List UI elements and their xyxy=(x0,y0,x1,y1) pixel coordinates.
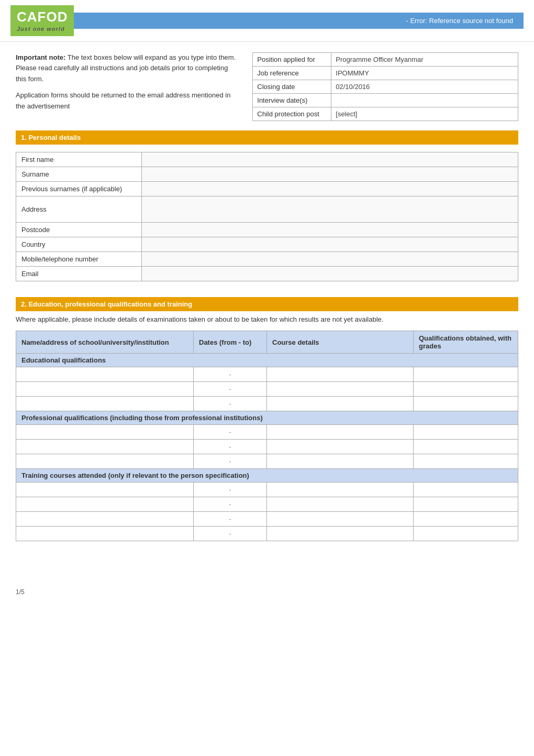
personal-field-input[interactable] xyxy=(142,237,518,251)
edu-cell-quals[interactable] xyxy=(414,483,518,497)
job-info-label: Job reference xyxy=(253,66,331,80)
edu-data-row: - xyxy=(16,425,518,440)
job-info-row: Child protection post[select] xyxy=(253,107,518,120)
return-text: Application forms should be returned to … xyxy=(16,90,237,112)
edu-cell-name[interactable] xyxy=(16,382,194,397)
job-info-table: Position applied forProgramme Officer My… xyxy=(252,52,518,121)
edu-cell-quals[interactable] xyxy=(414,527,518,541)
edu-cell-quals[interactable] xyxy=(414,454,518,469)
edu-cell-quals[interactable] xyxy=(414,382,518,397)
edu-cell-name[interactable] xyxy=(16,483,194,497)
edu-cell-dates[interactable]: - xyxy=(194,382,267,397)
edu-cell-quals[interactable] xyxy=(414,367,518,382)
edu-cell-dates[interactable]: - xyxy=(194,512,267,527)
personal-field-input[interactable] xyxy=(142,167,518,181)
personal-field-input[interactable] xyxy=(142,152,518,167)
edu-col-name: Name/address of school/university/instit… xyxy=(16,331,194,354)
edu-cell-name[interactable] xyxy=(16,512,194,527)
edu-cell-quals[interactable] xyxy=(414,425,518,440)
edu-cell-name[interactable] xyxy=(16,497,194,512)
edu-cell-course[interactable] xyxy=(267,440,414,454)
edu-cell-name[interactable] xyxy=(16,397,194,411)
edu-data-row: - xyxy=(16,397,518,411)
edu-cell-name[interactable] xyxy=(16,527,194,541)
education-table: Name/address of school/university/instit… xyxy=(16,331,518,541)
important-label: Important note: xyxy=(16,53,65,61)
edu-data-row: - xyxy=(16,527,518,541)
edu-subsection-label: Training courses attended (only if relev… xyxy=(16,469,518,483)
personal-field-input[interactable] xyxy=(142,266,518,281)
edu-cell-dates[interactable]: - xyxy=(194,367,267,382)
edu-cell-dates[interactable]: - xyxy=(194,425,267,440)
edu-data-row: - xyxy=(16,512,518,527)
edu-subsection-label: Educational qualifications xyxy=(16,354,518,367)
edu-cell-course[interactable] xyxy=(267,483,414,497)
section1-heading: 1. Personal details xyxy=(16,130,518,145)
personal-field-label: Country xyxy=(16,237,142,251)
edu-col-qualifications: Qualifications obtained, with grades xyxy=(414,331,518,354)
edu-cell-dates[interactable]: - xyxy=(194,527,267,541)
personal-field-label: Address xyxy=(16,196,142,222)
section2-heading: 2. Education, professional qualification… xyxy=(16,297,518,311)
logo-area: CAFOD Just one world xyxy=(10,5,74,36)
edu-data-row: - xyxy=(16,382,518,397)
job-info-value xyxy=(331,93,518,107)
edu-col-course: Course details xyxy=(267,331,414,354)
job-info-row: Closing date02/10/2016 xyxy=(253,80,518,93)
edu-cell-name[interactable] xyxy=(16,454,194,469)
job-info-label: Position applied for xyxy=(253,52,331,66)
personal-field-input[interactable] xyxy=(142,196,518,222)
personal-field-input[interactable] xyxy=(142,181,518,196)
page-header: CAFOD Just one world - Error: Reference … xyxy=(0,0,534,42)
edu-cell-dates[interactable]: - xyxy=(194,440,267,454)
edu-subsection-label: Professional qualifications (including t… xyxy=(16,411,518,425)
personal-field-input[interactable] xyxy=(142,222,518,237)
personal-field-label: Surname xyxy=(16,167,142,181)
logo: CAFOD Just one world xyxy=(10,5,74,36)
job-info-label: Child protection post xyxy=(253,107,331,120)
edu-data-row: - xyxy=(16,454,518,469)
edu-cell-course[interactable] xyxy=(267,454,414,469)
edu-cell-quals[interactable] xyxy=(414,440,518,454)
edu-cell-dates[interactable]: - xyxy=(194,454,267,469)
edu-cell-dates[interactable]: - xyxy=(194,497,267,512)
personal-field-label: Email xyxy=(16,266,142,281)
personal-field-label: Mobile/telephone number xyxy=(16,251,142,266)
edu-data-row: - xyxy=(16,367,518,382)
page-footer: 1/5 xyxy=(0,583,534,601)
main-content: Important note: The text boxes below wil… xyxy=(0,42,534,563)
personal-field-row: First name xyxy=(16,152,518,167)
personal-field-label: Postcode xyxy=(16,222,142,237)
edu-cell-course[interactable] xyxy=(267,512,414,527)
personal-field-row: Previous surnames (if applicable) xyxy=(16,181,518,196)
job-info-row: Position applied forProgramme Officer My… xyxy=(253,52,518,66)
error-banner: - Error: Reference source not found xyxy=(74,13,524,29)
edu-cell-name[interactable] xyxy=(16,367,194,382)
job-info-value: Programme Officer Myanmar xyxy=(331,52,518,66)
edu-cell-quals[interactable] xyxy=(414,512,518,527)
edu-cell-course[interactable] xyxy=(267,382,414,397)
job-info-value[interactable]: [select] xyxy=(331,107,518,120)
edu-cell-name[interactable] xyxy=(16,425,194,440)
edu-cell-course[interactable] xyxy=(267,425,414,440)
edu-cell-course[interactable] xyxy=(267,527,414,541)
edu-data-row: - xyxy=(16,440,518,454)
personal-field-row: Address xyxy=(16,196,518,222)
edu-cell-course[interactable] xyxy=(267,497,414,512)
edu-cell-name[interactable] xyxy=(16,440,194,454)
personal-field-label: Previous surnames (if applicable) xyxy=(16,181,142,196)
edu-cell-quals[interactable] xyxy=(414,397,518,411)
edu-table-header-row: Name/address of school/university/instit… xyxy=(16,331,518,354)
edu-data-row: - xyxy=(16,497,518,512)
logo-tagline: Just one world xyxy=(17,26,68,32)
edu-data-row: - xyxy=(16,483,518,497)
edu-cell-course[interactable] xyxy=(267,397,414,411)
personal-field-row: Country xyxy=(16,237,518,251)
personal-details-table: First nameSurnamePrevious surnames (if a… xyxy=(16,152,518,281)
edu-cell-quals[interactable] xyxy=(414,497,518,512)
edu-cell-dates[interactable]: - xyxy=(194,483,267,497)
job-info-value: IPOMMMY xyxy=(331,66,518,80)
edu-cell-dates[interactable]: - xyxy=(194,397,267,411)
edu-cell-course[interactable] xyxy=(267,367,414,382)
personal-field-input[interactable] xyxy=(142,251,518,266)
